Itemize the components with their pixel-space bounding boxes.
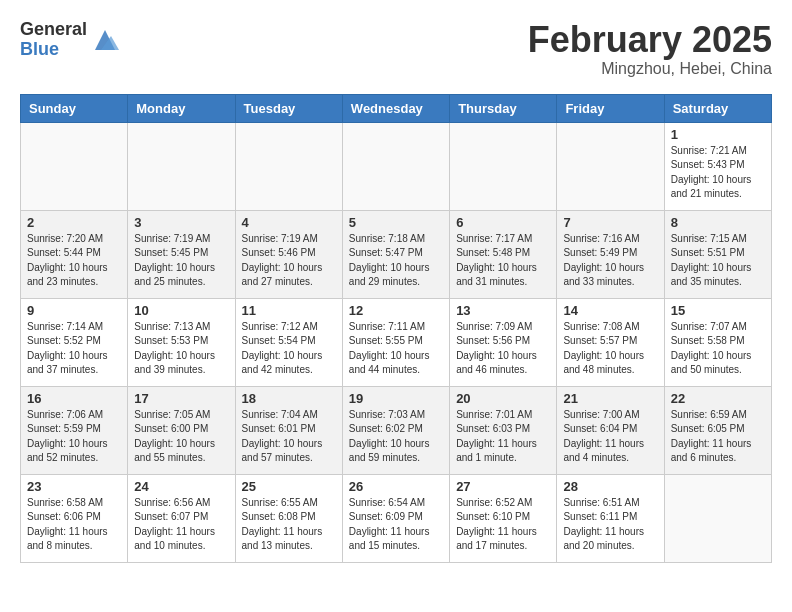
day-info: Sunrise: 7:20 AM Sunset: 5:44 PM Dayligh… [27,232,121,290]
calendar-cell: 6Sunrise: 7:17 AM Sunset: 5:48 PM Daylig… [450,210,557,298]
calendar-week-row: 2Sunrise: 7:20 AM Sunset: 5:44 PM Daylig… [21,210,772,298]
calendar-cell: 15Sunrise: 7:07 AM Sunset: 5:58 PM Dayli… [664,298,771,386]
calendar-cell: 1Sunrise: 7:21 AM Sunset: 5:43 PM Daylig… [664,122,771,210]
page-header: General Blue February 2025 Mingzhou, Heb… [20,20,772,78]
day-number: 17 [134,391,228,406]
logo-text: General Blue [20,20,87,60]
day-number: 28 [563,479,657,494]
day-info: Sunrise: 6:52 AM Sunset: 6:10 PM Dayligh… [456,496,550,554]
calendar-cell [664,474,771,562]
location: Mingzhou, Hebei, China [528,60,772,78]
weekday-header-saturday: Saturday [664,94,771,122]
day-info: Sunrise: 7:19 AM Sunset: 5:45 PM Dayligh… [134,232,228,290]
day-number: 10 [134,303,228,318]
day-number: 13 [456,303,550,318]
calendar-cell: 10Sunrise: 7:13 AM Sunset: 5:53 PM Dayli… [128,298,235,386]
day-number: 6 [456,215,550,230]
calendar-cell: 8Sunrise: 7:15 AM Sunset: 5:51 PM Daylig… [664,210,771,298]
title-area: February 2025 Mingzhou, Hebei, China [528,20,772,78]
calendar-cell: 26Sunrise: 6:54 AM Sunset: 6:09 PM Dayli… [342,474,449,562]
day-number: 15 [671,303,765,318]
calendar-week-row: 1Sunrise: 7:21 AM Sunset: 5:43 PM Daylig… [21,122,772,210]
calendar-cell [21,122,128,210]
day-number: 2 [27,215,121,230]
day-number: 5 [349,215,443,230]
calendar-cell: 18Sunrise: 7:04 AM Sunset: 6:01 PM Dayli… [235,386,342,474]
calendar-cell: 16Sunrise: 7:06 AM Sunset: 5:59 PM Dayli… [21,386,128,474]
calendar-cell: 23Sunrise: 6:58 AM Sunset: 6:06 PM Dayli… [21,474,128,562]
calendar-cell: 2Sunrise: 7:20 AM Sunset: 5:44 PM Daylig… [21,210,128,298]
day-info: Sunrise: 7:08 AM Sunset: 5:57 PM Dayligh… [563,320,657,378]
day-info: Sunrise: 7:07 AM Sunset: 5:58 PM Dayligh… [671,320,765,378]
weekday-header-sunday: Sunday [21,94,128,122]
day-info: Sunrise: 7:01 AM Sunset: 6:03 PM Dayligh… [456,408,550,466]
day-number: 27 [456,479,550,494]
calendar-cell: 5Sunrise: 7:18 AM Sunset: 5:47 PM Daylig… [342,210,449,298]
calendar-cell [128,122,235,210]
calendar-cell: 21Sunrise: 7:00 AM Sunset: 6:04 PM Dayli… [557,386,664,474]
day-number: 26 [349,479,443,494]
calendar-cell: 9Sunrise: 7:14 AM Sunset: 5:52 PM Daylig… [21,298,128,386]
day-info: Sunrise: 7:21 AM Sunset: 5:43 PM Dayligh… [671,144,765,202]
day-number: 16 [27,391,121,406]
day-number: 8 [671,215,765,230]
day-number: 7 [563,215,657,230]
day-info: Sunrise: 6:59 AM Sunset: 6:05 PM Dayligh… [671,408,765,466]
calendar-cell [342,122,449,210]
day-number: 19 [349,391,443,406]
day-info: Sunrise: 6:55 AM Sunset: 6:08 PM Dayligh… [242,496,336,554]
day-info: Sunrise: 7:05 AM Sunset: 6:00 PM Dayligh… [134,408,228,466]
calendar-cell: 24Sunrise: 6:56 AM Sunset: 6:07 PM Dayli… [128,474,235,562]
logo: General Blue [20,20,119,60]
calendar-cell [235,122,342,210]
day-info: Sunrise: 6:51 AM Sunset: 6:11 PM Dayligh… [563,496,657,554]
day-info: Sunrise: 7:14 AM Sunset: 5:52 PM Dayligh… [27,320,121,378]
calendar-cell: 4Sunrise: 7:19 AM Sunset: 5:46 PM Daylig… [235,210,342,298]
day-info: Sunrise: 7:18 AM Sunset: 5:47 PM Dayligh… [349,232,443,290]
logo-blue: Blue [20,40,87,60]
day-number: 23 [27,479,121,494]
weekday-header-thursday: Thursday [450,94,557,122]
day-number: 22 [671,391,765,406]
logo-general: General [20,20,87,40]
calendar-cell: 3Sunrise: 7:19 AM Sunset: 5:45 PM Daylig… [128,210,235,298]
weekday-header-row: SundayMondayTuesdayWednesdayThursdayFrid… [21,94,772,122]
day-number: 9 [27,303,121,318]
month-title: February 2025 [528,20,772,60]
day-number: 4 [242,215,336,230]
calendar-cell: 20Sunrise: 7:01 AM Sunset: 6:03 PM Dayli… [450,386,557,474]
day-number: 20 [456,391,550,406]
calendar-cell: 28Sunrise: 6:51 AM Sunset: 6:11 PM Dayli… [557,474,664,562]
calendar-cell: 14Sunrise: 7:08 AM Sunset: 5:57 PM Dayli… [557,298,664,386]
calendar-cell: 17Sunrise: 7:05 AM Sunset: 6:00 PM Dayli… [128,386,235,474]
day-number: 25 [242,479,336,494]
weekday-header-monday: Monday [128,94,235,122]
day-info: Sunrise: 7:17 AM Sunset: 5:48 PM Dayligh… [456,232,550,290]
day-number: 21 [563,391,657,406]
calendar-cell: 22Sunrise: 6:59 AM Sunset: 6:05 PM Dayli… [664,386,771,474]
day-info: Sunrise: 6:54 AM Sunset: 6:09 PM Dayligh… [349,496,443,554]
weekday-header-tuesday: Tuesday [235,94,342,122]
day-info: Sunrise: 7:00 AM Sunset: 6:04 PM Dayligh… [563,408,657,466]
day-info: Sunrise: 7:13 AM Sunset: 5:53 PM Dayligh… [134,320,228,378]
day-info: Sunrise: 7:06 AM Sunset: 5:59 PM Dayligh… [27,408,121,466]
logo-icon [91,26,119,54]
day-info: Sunrise: 7:16 AM Sunset: 5:49 PM Dayligh… [563,232,657,290]
calendar-cell: 27Sunrise: 6:52 AM Sunset: 6:10 PM Dayli… [450,474,557,562]
day-info: Sunrise: 7:09 AM Sunset: 5:56 PM Dayligh… [456,320,550,378]
calendar-cell: 19Sunrise: 7:03 AM Sunset: 6:02 PM Dayli… [342,386,449,474]
calendar-cell: 13Sunrise: 7:09 AM Sunset: 5:56 PM Dayli… [450,298,557,386]
day-number: 18 [242,391,336,406]
day-info: Sunrise: 7:03 AM Sunset: 6:02 PM Dayligh… [349,408,443,466]
day-number: 12 [349,303,443,318]
day-info: Sunrise: 7:15 AM Sunset: 5:51 PM Dayligh… [671,232,765,290]
calendar-week-row: 23Sunrise: 6:58 AM Sunset: 6:06 PM Dayli… [21,474,772,562]
calendar-cell [450,122,557,210]
calendar-cell: 12Sunrise: 7:11 AM Sunset: 5:55 PM Dayli… [342,298,449,386]
weekday-header-wednesday: Wednesday [342,94,449,122]
calendar-week-row: 9Sunrise: 7:14 AM Sunset: 5:52 PM Daylig… [21,298,772,386]
day-info: Sunrise: 7:04 AM Sunset: 6:01 PM Dayligh… [242,408,336,466]
day-info: Sunrise: 6:56 AM Sunset: 6:07 PM Dayligh… [134,496,228,554]
day-info: Sunrise: 7:19 AM Sunset: 5:46 PM Dayligh… [242,232,336,290]
day-number: 14 [563,303,657,318]
